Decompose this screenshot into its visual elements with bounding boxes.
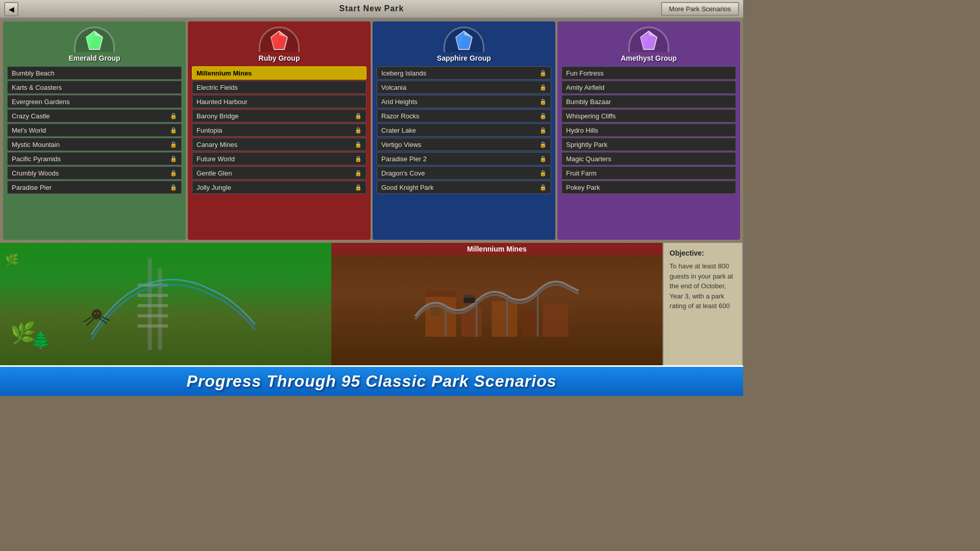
preview-title: Millennium Mines [331, 243, 663, 255]
scenario-item[interactable]: Dragon's Cove🔒 [377, 166, 551, 180]
scenario-item[interactable]: Future World🔒 [192, 152, 366, 165]
lock-icon: 🔒 [355, 184, 362, 191]
scenario-item[interactable]: Millennium Mines [192, 66, 366, 80]
lock-icon: 🔒 [540, 170, 547, 177]
scenario-item[interactable]: Amity Airfield [561, 81, 736, 94]
scenario-item[interactable]: Bumbly Beach [7, 66, 182, 80]
lock-icon: 🔒 [540, 70, 547, 77]
scenario-name: Pacific Pyramids [12, 155, 61, 163]
scenario-name: Magic Quarters [566, 155, 611, 163]
objective-panel: Objective: To have at least 800 guests i… [663, 243, 743, 365]
scenario-item[interactable]: Iceberg Islands🔒 [377, 66, 551, 80]
lock-icon: 🔒 [540, 98, 547, 105]
scenario-item[interactable]: Whispering Cliffs [561, 109, 736, 122]
scenario-list-emerald: Bumbly BeachKarts & CoastersEvergreen Ga… [3, 66, 186, 236]
scenario-name: Gentle Glen [197, 169, 232, 177]
scenario-item[interactable]: Karts & Coasters [7, 81, 182, 94]
objective-text: To have at least 800 guests in your park… [670, 261, 736, 311]
scenario-item[interactable]: Magic Quarters [561, 152, 736, 165]
scenario-name: Razor Rocks [381, 112, 419, 120]
lock-icon: 🔒 [170, 127, 177, 134]
scenario-item[interactable]: Hydro Hills [561, 123, 736, 137]
scenario-name: Haunted Harbour [197, 98, 248, 106]
scenario-item[interactable]: Vertigo Views🔒 [377, 138, 551, 151]
scenario-item[interactable]: Pokey Park [561, 181, 736, 194]
scenario-item[interactable]: Fun Fortress [561, 66, 736, 80]
lock-icon: 🔒 [540, 156, 547, 162]
lock-icon: 🔒 [540, 184, 547, 191]
scenario-list-ruby: Millennium MinesElectric FieldsHaunted H… [188, 66, 371, 236]
more-scenarios-button[interactable]: More Park Scenarios [661, 2, 739, 16]
back-button[interactable]: ◀ [4, 2, 18, 16]
scenario-item[interactable]: Jolly Jungle🔒 [192, 181, 366, 194]
scenario-item[interactable]: Mystic Mountain🔒 [7, 138, 182, 151]
scenario-item[interactable]: Canary Mines🔒 [192, 138, 366, 151]
svg-rect-29 [461, 306, 481, 337]
preview-left: 🌿 🌲 🌿 [0, 243, 331, 365]
scenario-item[interactable]: Crater Lake🔒 [377, 123, 551, 137]
scenario-name: Vertigo Views [381, 141, 422, 148]
group-header-amethyst: Amethyst Group [557, 21, 740, 66]
scenario-item[interactable]: Pacific Pyramids🔒 [7, 152, 182, 165]
scenario-name: Mystic Mountain [12, 141, 60, 148]
lock-icon: 🔒 [355, 127, 362, 134]
lock-icon: 🔒 [355, 141, 362, 148]
svg-rect-18 [137, 324, 168, 328]
group-name-sapphire: Sapphire Group [437, 54, 491, 62]
scenario-item[interactable]: Electric Fields [192, 81, 366, 94]
scenario-item[interactable]: Barony Bridge🔒 [192, 109, 366, 122]
main-content: Emerald GroupBumbly BeachKarts & Coaster… [0, 18, 743, 243]
scenario-item[interactable]: Arid Heights🔒 [377, 95, 551, 108]
svg-rect-15 [137, 294, 168, 297]
scenario-name: Bumbly Beach [12, 69, 55, 77]
scenario-item[interactable]: Crazy Castle🔒 [7, 109, 182, 122]
scenario-name: Karts & Coasters [12, 84, 62, 91]
scenario-name: Pokey Park [566, 184, 600, 191]
svg-rect-16 [137, 304, 168, 307]
scenario-item[interactable]: Mel's World🔒 [7, 123, 182, 137]
lock-icon: 🔒 [170, 184, 177, 191]
scenario-name: Volcania [381, 84, 406, 91]
scenario-name: Millennium Mines [197, 69, 252, 77]
scenario-item[interactable]: Evergreen Gardens [7, 95, 182, 108]
scenario-item[interactable]: Paradise Pier 2🔒 [377, 152, 551, 165]
scenario-name: Electric Fields [197, 84, 238, 91]
page-title: Start New Park [339, 4, 404, 13]
svg-rect-31 [522, 311, 537, 337]
scenario-item[interactable]: Bumbly Bazaar [561, 95, 736, 108]
scenario-item[interactable]: Paradise Pier🔒 [7, 181, 182, 194]
svg-rect-28 [425, 291, 456, 297]
scenario-item[interactable]: Good Knight Park🔒 [377, 181, 551, 194]
svg-point-25 [97, 312, 99, 314]
svg-rect-30 [492, 301, 517, 337]
group-panel-emerald: Emerald GroupBumbly BeachKarts & Coaster… [3, 21, 186, 240]
svg-point-19 [91, 309, 102, 319]
scenario-item[interactable]: Fruit Farm [561, 166, 736, 180]
lock-icon: 🔒 [540, 141, 547, 148]
scenario-name: Good Knight Park [381, 184, 434, 191]
scenario-item[interactable]: Razor Rocks🔒 [377, 109, 551, 122]
svg-rect-38 [464, 295, 474, 298]
preview-center: Millennium Mines [331, 243, 663, 365]
group-header-ruby: Ruby Group [188, 21, 371, 66]
scenario-name: Fruit Farm [566, 169, 597, 177]
group-name-emerald: Emerald Group [68, 54, 120, 62]
scenario-item[interactable]: Gentle Glen🔒 [192, 166, 366, 180]
scenario-item[interactable]: Crumbly Woods🔒 [7, 166, 182, 180]
scenario-item[interactable]: Haunted Harbour [192, 95, 366, 108]
scenario-name: Sprightly Park [566, 141, 607, 148]
scenario-item[interactable]: Funtopia🔒 [192, 123, 366, 137]
lock-icon: 🔒 [170, 170, 177, 177]
scenario-name: Crazy Castle [12, 112, 50, 120]
scenario-item[interactable]: Volcania🔒 [377, 81, 551, 94]
scenario-list-sapphire: Iceberg Islands🔒Volcania🔒Arid Heights🔒Ra… [373, 66, 555, 236]
scenario-item[interactable]: Sprightly Park [561, 138, 736, 151]
scenario-name: Canary Mines [197, 141, 237, 148]
gem-icon-emerald [83, 29, 106, 52]
lock-icon: 🔒 [170, 113, 177, 119]
svg-rect-32 [543, 304, 568, 337]
scenario-name: Hydro Hills [566, 127, 598, 134]
gem-icon-ruby [268, 29, 290, 52]
scenario-name: Amity Airfield [566, 84, 604, 91]
scenario-name: Crater Lake [381, 127, 416, 134]
